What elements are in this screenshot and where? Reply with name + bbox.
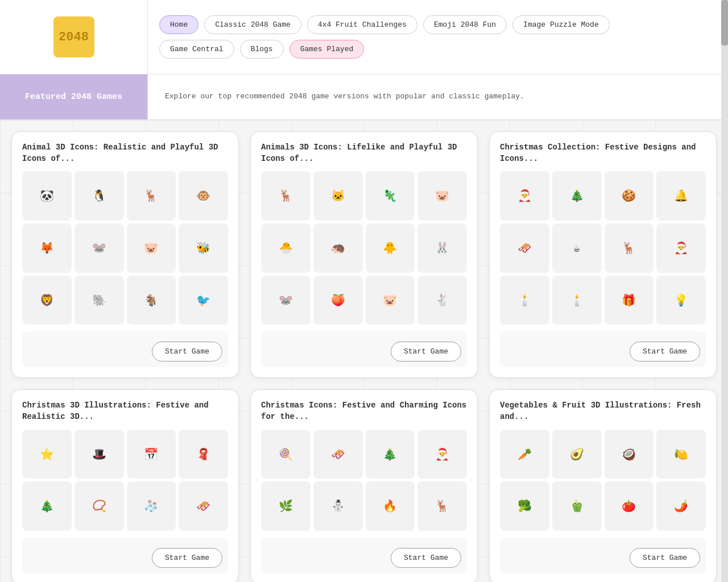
header: 2048 HomeClassic 2048 Game4x4 Fruit Chal… (0, 0, 728, 74)
start-game-button-4[interactable]: Start Game (152, 548, 222, 568)
emoji-cell: 🐦 (179, 276, 228, 325)
emoji-cell: 🐱 (313, 171, 363, 221)
card-footer-2: Start Game (261, 331, 467, 367)
card-footer-1: Start Game (22, 331, 228, 367)
nav-row-1: HomeClassic 2048 Game4x4 Fruit Challenge… (159, 15, 717, 34)
cards-container: Animal 3D Icons: Realistic and Playful 3… (7, 131, 721, 582)
scrollbar-thumb[interactable] (721, 0, 728, 45)
emoji-cell: 🫑 (552, 481, 602, 531)
card-emoji-grid-4: ⭐🎩📅🧣🎄📿🧦🛷 (22, 430, 228, 531)
start-game-button-2[interactable]: Start Game (391, 342, 461, 361)
emoji-cell: 🌶️ (656, 481, 706, 531)
card-title-2: Animals 3D Icons: Lifelike and Playful 3… (261, 142, 467, 164)
card-emoji-grid-5: 🍭🛷🎄🎅🌿⛄🔥🦌 (261, 430, 467, 531)
logo[interactable]: 2048 (53, 16, 94, 57)
start-game-button-6[interactable]: Start Game (630, 548, 700, 568)
card-title-6: Vegetables & Fruit 3D Illustrations: Fre… (500, 400, 706, 422)
logo-area: 2048 (0, 0, 148, 74)
card-footer-5: Start Game (261, 538, 467, 573)
game-card-3: Christmas Collection: Festive Designs an… (489, 131, 717, 378)
emoji-cell: 🥑 (552, 430, 602, 479)
featured-title: Featured 2048 Games (0, 74, 148, 119)
card-emoji-grid-3: 🎅🎄🍪🔔🛷☕🦌🎅🕯️🕯️🎁💡 (500, 171, 706, 325)
card-emoji-grid-6: 🥕🥑🥥🍋🥦🫑🍅🌶️ (500, 430, 706, 531)
emoji-cell: 🥕 (500, 430, 549, 479)
emoji-cell: 🎅 (656, 223, 706, 273)
emoji-cell: 🧦 (127, 481, 176, 531)
nav-btn-blogs[interactable]: Blogs (240, 40, 284, 59)
main-content: Animal 3D Icons: Realistic and Playful 3… (0, 120, 728, 582)
nav-btn-image-puzzle-mode[interactable]: Image Puzzle Mode (512, 15, 610, 34)
game-card-1: Animal 3D Icons: Realistic and Playful 3… (11, 131, 239, 378)
emoji-cell: 📿 (75, 481, 124, 531)
emoji-cell: 🍅 (605, 481, 654, 531)
emoji-cell: 🐷 (417, 171, 467, 221)
emoji-cell: 🛷 (179, 481, 228, 531)
emoji-cell: 🦔 (313, 223, 363, 273)
nav-btn-home[interactable]: Home (159, 15, 198, 34)
emoji-cell: 🎅 (500, 171, 549, 221)
card-title-3: Christmas Collection: Festive Designs an… (500, 142, 706, 164)
emoji-cell: 🐭 (261, 276, 311, 325)
emoji-cell: 🐝 (179, 223, 228, 273)
emoji-cell: 🦎 (366, 171, 415, 221)
emoji-cell: 🕯️ (552, 276, 602, 325)
emoji-cell: 🐰 (417, 223, 467, 273)
nav-row-2: Game CentralBlogsGames Played (159, 40, 717, 59)
emoji-cell: 🌿 (261, 481, 311, 531)
card-emoji-grid-2: 🦌🐱🦎🐷🐣🦔🐥🐰🐭🍑🐷🐇 (261, 171, 467, 325)
nav-btn-emoji-2048-fun[interactable]: Emoji 2048 Fun (423, 15, 507, 34)
start-game-button-1[interactable]: Start Game (152, 342, 222, 361)
nav-btn-4x4-fruit-challenges[interactable]: 4x4 Fruit Challenges (307, 15, 417, 34)
start-game-button-5[interactable]: Start Game (391, 548, 461, 568)
emoji-cell: 🐧 (75, 171, 124, 221)
card-emoji-grid-1: 🐼🐧🦌🐵🦊🐭🐷🐝🦁🐘🐐🐦 (22, 171, 228, 325)
card-footer-4: Start Game (22, 538, 228, 573)
emoji-cell: 🔥 (366, 481, 415, 531)
emoji-cell: 🍑 (313, 276, 363, 325)
emoji-cell: 🎄 (22, 481, 72, 531)
game-card-2: Animals 3D Icons: Lifelike and Playful 3… (250, 131, 478, 378)
emoji-cell: 🦌 (417, 481, 467, 531)
emoji-cell: 🐷 (127, 223, 176, 273)
emoji-cell: 🦊 (22, 223, 72, 273)
emoji-cell: 🐘 (75, 276, 124, 325)
emoji-cell: 🥦 (500, 481, 549, 531)
nav-btn-games-played[interactable]: Games Played (289, 40, 365, 59)
card-footer-6: Start Game (500, 538, 706, 573)
emoji-cell: ⭐ (22, 430, 72, 479)
emoji-cell: 🛷 (313, 430, 363, 479)
emoji-cell: 🐷 (366, 276, 415, 325)
emoji-cell: 🐼 (22, 171, 72, 221)
emoji-cell: 🦌 (605, 223, 654, 273)
emoji-cell: 🐐 (127, 276, 176, 325)
start-game-button-3[interactable]: Start Game (630, 342, 700, 361)
nav-area: HomeClassic 2048 Game4x4 Fruit Challenge… (148, 10, 728, 64)
game-card-4: Christmas 3D Illustrations: Festive and … (11, 389, 239, 582)
emoji-cell: 🎁 (605, 276, 654, 325)
emoji-cell: 🥥 (605, 430, 654, 479)
emoji-cell: 🐇 (417, 276, 467, 325)
emoji-cell: 🛷 (500, 223, 549, 273)
nav-btn-game-central[interactable]: Game Central (159, 40, 234, 59)
emoji-cell: 📅 (127, 430, 176, 479)
nav-btn-classic-2048-game[interactable]: Classic 2048 Game (204, 15, 301, 34)
emoji-cell: 🐵 (179, 171, 228, 221)
emoji-cell: 🐣 (261, 223, 311, 273)
emoji-cell: 🐭 (75, 223, 124, 273)
emoji-cell: 🦁 (22, 276, 72, 325)
emoji-cell: ☕ (552, 223, 602, 273)
card-title-1: Animal 3D Icons: Realistic and Playful 3… (22, 142, 228, 164)
emoji-cell: 🎄 (366, 430, 415, 479)
scrollbar-track[interactable] (721, 0, 728, 582)
emoji-cell: 🧣 (179, 430, 228, 479)
emoji-cell: 🕯️ (500, 276, 549, 325)
emoji-cell: 🎄 (552, 171, 602, 221)
emoji-cell: 🍪 (605, 171, 654, 221)
emoji-cell: 💡 (656, 276, 706, 325)
featured-section: Featured 2048 Games Explore our top reco… (0, 74, 728, 120)
game-card-5: Christmas Icons: Festive and Charming Ic… (250, 389, 478, 582)
emoji-cell: 🦌 (127, 171, 176, 221)
card-footer-3: Start Game (500, 331, 706, 367)
card-title-4: Christmas 3D Illustrations: Festive and … (22, 400, 228, 422)
